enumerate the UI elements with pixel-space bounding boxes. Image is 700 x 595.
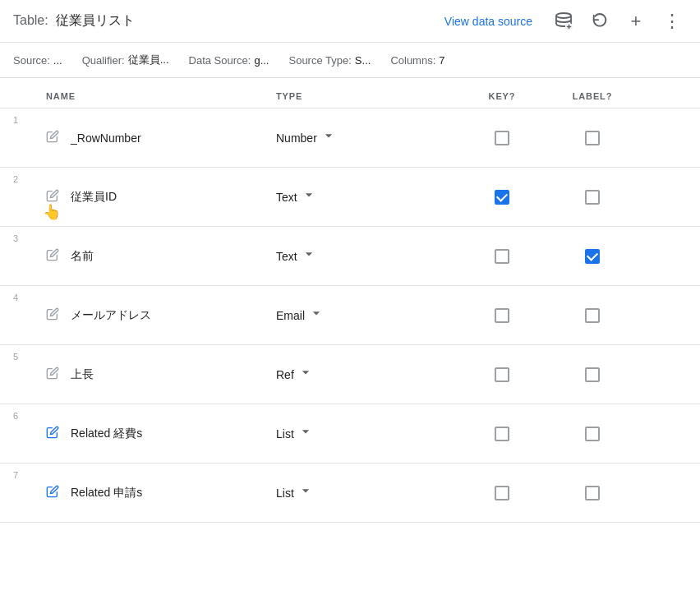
key-checkbox[interactable]	[495, 427, 509, 441]
more-icon[interactable]: ⋮	[657, 7, 687, 36]
row-number: 7	[13, 464, 46, 480]
type-cell[interactable]: List	[276, 482, 457, 503]
label-checkbox-cell	[547, 308, 638, 323]
key-checkbox-cell	[457, 249, 547, 264]
type-dropdown-arrow[interactable]	[297, 482, 314, 503]
type-value: List	[276, 487, 294, 500]
view-data-source-link[interactable]: View data source	[444, 15, 532, 28]
name-cell: _RowNumber	[46, 130, 276, 146]
type-dropdown-arrow[interactable]	[297, 364, 314, 385]
edit-icon[interactable]	[46, 307, 59, 324]
source-type-item: Source Type: S...	[288, 54, 371, 67]
name-cell: Related 申請s	[46, 485, 276, 501]
header-icons: + ⋮	[549, 7, 687, 36]
key-checkbox-cell	[457, 131, 547, 145]
add-icon[interactable]: +	[621, 7, 651, 36]
table-row: 2従業員IDText👆	[0, 168, 700, 227]
field-name: 従業員ID	[71, 190, 117, 205]
edit-icon[interactable]	[46, 130, 59, 146]
row-number: 4	[13, 286, 46, 302]
key-checkbox-cell	[457, 367, 547, 382]
edit-icon[interactable]	[46, 426, 59, 442]
type-cell[interactable]: Ref	[276, 364, 457, 385]
settings-icon[interactable]	[549, 7, 578, 36]
type-value: List	[276, 427, 294, 440]
type-cell[interactable]: Email	[276, 305, 457, 325]
type-dropdown-arrow[interactable]	[297, 423, 314, 444]
type-cell[interactable]: List	[276, 423, 457, 444]
page-header: Table: 従業員リスト View data source + ⋮	[0, 0, 700, 43]
label-checkbox[interactable]	[585, 249, 600, 264]
key-checkbox-cell	[457, 427, 547, 441]
row-number: 2	[13, 168, 46, 184]
field-name: _RowNumber	[71, 131, 141, 145]
edit-icon[interactable]	[46, 367, 59, 383]
field-name: メールアドレス	[71, 308, 151, 323]
edit-icon[interactable]	[46, 189, 59, 205]
col-header-label: LABEL?	[547, 91, 638, 101]
label-checkbox-cell	[547, 486, 638, 500]
field-name: Related 経費s	[71, 427, 142, 441]
type-value: Email	[276, 309, 305, 322]
type-value: Text	[276, 250, 297, 263]
row-number: 3	[13, 227, 46, 243]
label-checkbox-cell	[547, 427, 638, 441]
key-checkbox[interactable]	[495, 486, 509, 500]
field-name: 名前	[71, 249, 94, 264]
key-checkbox[interactable]	[495, 308, 509, 323]
table-header-row: NAME TYPE KEY? LABEL?	[0, 85, 700, 108]
label-checkbox-cell	[547, 190, 638, 205]
name-cell: 名前	[46, 248, 276, 265]
edit-icon[interactable]	[46, 485, 59, 501]
label-checkbox-cell	[547, 367, 638, 382]
table-row: 3名前Text	[0, 227, 700, 286]
type-dropdown-arrow[interactable]	[301, 187, 317, 207]
row-number: 6	[13, 404, 46, 421]
source-item: Source: ...	[13, 54, 62, 67]
subheader: Source: ... Qualifier: 従業員... Data Sourc…	[0, 43, 700, 78]
row-number: 5	[13, 345, 46, 362]
label-checkbox[interactable]	[585, 190, 600, 205]
edit-icon[interactable]	[46, 248, 59, 265]
refresh-icon[interactable]	[585, 7, 615, 36]
label-checkbox[interactable]	[585, 131, 600, 145]
table-row: 5上長Ref	[0, 345, 700, 404]
label-checkbox[interactable]	[585, 308, 600, 323]
type-cell[interactable]: Text	[276, 246, 457, 266]
key-checkbox-cell	[457, 486, 547, 500]
key-checkbox[interactable]	[495, 367, 509, 382]
key-checkbox[interactable]	[495, 190, 509, 205]
col-header-num	[13, 91, 46, 101]
type-dropdown-arrow[interactable]	[320, 127, 337, 148]
field-name: Related 申請s	[71, 486, 142, 500]
col-header-key: KEY?	[457, 91, 547, 101]
qualifier-item: Qualifier: 従業員...	[82, 53, 169, 67]
cursor-indicator: 👆	[43, 203, 61, 221]
label-checkbox[interactable]	[585, 427, 600, 441]
type-dropdown-arrow[interactable]	[308, 305, 325, 325]
type-cell[interactable]: Text	[276, 187, 457, 207]
table-row: 1_RowNumberNumber	[0, 108, 700, 168]
type-cell[interactable]: Number	[276, 127, 457, 148]
col-header-name: NAME	[46, 91, 276, 101]
key-checkbox[interactable]	[495, 249, 509, 264]
col-header-type: TYPE	[276, 91, 457, 101]
key-checkbox[interactable]	[495, 131, 509, 145]
name-cell: Related 経費s	[46, 426, 276, 442]
columns-table: NAME TYPE KEY? LABEL? 1_RowNumberNumber2…	[0, 85, 700, 523]
type-value: Number	[276, 131, 317, 145]
type-dropdown-arrow[interactable]	[301, 246, 317, 266]
key-checkbox-cell	[457, 308, 547, 323]
page-title: Table: 従業員リスト	[13, 12, 444, 30]
table-row: 6Related 経費sList	[0, 404, 700, 464]
type-value: Ref	[276, 368, 294, 381]
row-number: 1	[13, 108, 46, 125]
table-row: 4メールアドレスEmail	[0, 286, 700, 345]
name-cell: 上長	[46, 367, 276, 383]
label-checkbox[interactable]	[585, 486, 600, 500]
label-checkbox[interactable]	[585, 367, 600, 382]
data-source-item: Data Source: g...	[189, 54, 269, 67]
label-checkbox-cell	[547, 249, 638, 264]
key-checkbox-cell	[457, 190, 547, 205]
columns-item: Columns: 7	[390, 54, 444, 67]
